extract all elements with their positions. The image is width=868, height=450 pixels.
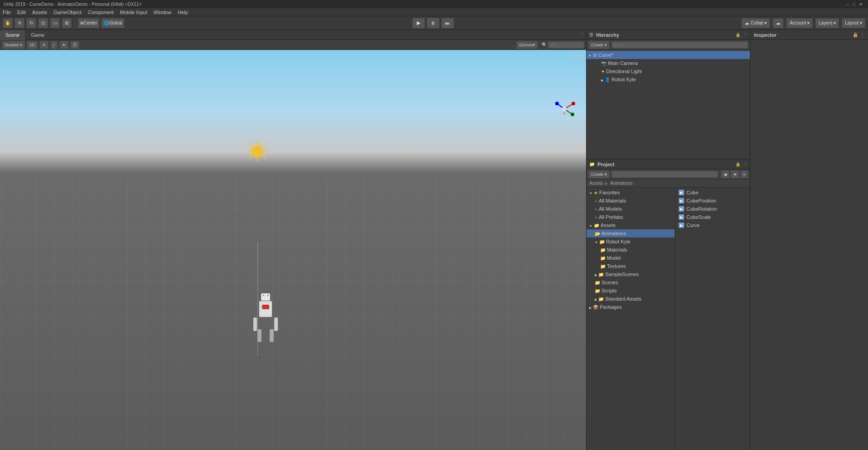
- move-tool-btn[interactable]: ✛: [15, 18, 25, 28]
- project-view-btn[interactable]: ≡: [740, 170, 748, 178]
- scene-search-input[interactable]: [548, 41, 584, 49]
- main-layout: Scene Game ⋮ Shaded ▾ 2D ☀ ♪ ✦ ☰ Gizmos …: [0, 30, 868, 450]
- collab-btn[interactable]: ☁ Collab ▾: [741, 18, 770, 28]
- unity-scene-icon: ⊞: [593, 52, 597, 58]
- scripts-folder-icon: 📁: [595, 288, 600, 293]
- asset-cube[interactable]: ▶ Cube: [677, 188, 748, 197]
- layout-btn[interactable]: Layout ▾: [842, 18, 865, 28]
- tree-scenes[interactable]: 📁 Scenes: [587, 278, 675, 287]
- all-prefabs-label: All Prefabs: [599, 214, 623, 220]
- breadcrumb-animations[interactable]: Animations: [610, 181, 632, 186]
- menu-file[interactable]: File: [3, 10, 11, 15]
- gizmos-btn[interactable]: Gizmos ▾: [516, 41, 538, 49]
- light-icon: ✦: [601, 69, 605, 74]
- scene-panel-menu-btn[interactable]: ⋮: [578, 31, 586, 39]
- effects-btn[interactable]: ✦: [59, 41, 69, 49]
- tree-packages[interactable]: 📦 Packages: [587, 303, 675, 311]
- menu-gameobject[interactable]: GameObject: [54, 10, 82, 15]
- menu-component[interactable]: Component: [88, 10, 113, 15]
- rotate-tool-btn[interactable]: ↻: [26, 18, 36, 28]
- hidden-btn[interactable]: ☰: [70, 41, 79, 49]
- audio-btn[interactable]: ♪: [50, 41, 58, 49]
- win-close-btn[interactable]: ✕: [859, 2, 863, 7]
- hierarchy-item-main-camera[interactable]: 📷 Main Camera: [587, 59, 750, 67]
- project-nav-fwd-btn[interactable]: ★: [730, 170, 740, 178]
- asset-cube-rotation[interactable]: ▶ CubeRotation: [677, 205, 748, 213]
- asset-curve[interactable]: ▶ Curve: [677, 221, 748, 229]
- rect-tool-btn[interactable]: ▭: [50, 18, 60, 28]
- tree-assets[interactable]: 📁 Assets: [587, 221, 675, 229]
- project-create-btn[interactable]: Create ▾: [588, 170, 610, 178]
- project-menu-icon[interactable]: ⋮: [743, 162, 747, 167]
- scripts-label: Scripts: [602, 288, 617, 293]
- scale-tool-btn[interactable]: ⊡: [38, 18, 48, 28]
- hierarchy-search-input[interactable]: [612, 41, 748, 49]
- cloud-btn[interactable]: ☁: [773, 18, 784, 28]
- svg-marker-8: [563, 111, 566, 114]
- asset-cube-scale[interactable]: ▶ CubeScale: [677, 213, 748, 221]
- hierarchy-lock-icon[interactable]: 🔒: [735, 33, 740, 37]
- menu-edit[interactable]: Edit: [17, 10, 26, 15]
- tree-all-prefabs[interactable]: ○ All Prefabs: [587, 213, 675, 221]
- step-btn[interactable]: ⏭: [441, 18, 454, 29]
- inspector-lock-icon[interactable]: 🔒: [853, 32, 858, 37]
- menu-window[interactable]: Window: [153, 10, 171, 15]
- pivot-btn[interactable]: ⊕ Center: [78, 18, 99, 28]
- svg-line-15: [263, 143, 266, 146]
- hierarchy-item-directional-light[interactable]: ✦ Directional Light: [587, 67, 750, 75]
- toolbar-sep-1: [74, 19, 75, 28]
- directional-light-gizmo: [246, 140, 269, 163]
- tree-standard-assets[interactable]: 📁 Standard Assets: [587, 295, 675, 303]
- tree-animations[interactable]: 📂 Animations: [587, 229, 675, 237]
- inspector-menu-icon[interactable]: ⋮: [860, 32, 864, 37]
- win-min-btn[interactable]: –: [846, 2, 849, 7]
- hierarchy-menu-icon[interactable]: ⋮: [743, 33, 747, 37]
- tree-all-models[interactable]: ○ All Models: [587, 205, 675, 213]
- project-nav-back-btn[interactable]: ◀: [721, 170, 730, 178]
- standard-assets-label: Standard Assets: [605, 296, 641, 302]
- 2d-btn[interactable]: 2D: [27, 41, 38, 49]
- hierarchy-item-robot-kyle[interactable]: 👤 Robot Kyle: [587, 75, 750, 84]
- tree-sample-scenes[interactable]: 📁 SampleScenes: [587, 270, 675, 278]
- menu-mobile-input[interactable]: Mobile Input: [120, 10, 147, 15]
- hierarchy-scene-root[interactable]: ⊞ Curve*: [587, 51, 750, 59]
- inspector-header: Inspector 🔒 ⋮: [750, 30, 868, 40]
- tree-scripts[interactable]: 📁 Scripts: [587, 287, 675, 295]
- project-search-input[interactable]: [612, 171, 718, 178]
- tab-scene[interactable]: Scene: [0, 30, 25, 40]
- hierarchy-content: ⊞ Curve* 📷 Main Camera ✦ Directional Lig…: [587, 50, 750, 159]
- layers-btn[interactable]: Layers ▾: [815, 18, 839, 28]
- multi-tool-btn[interactable]: ⊞: [62, 18, 72, 28]
- gizmos-chevron-icon: ▾: [533, 43, 535, 47]
- tree-materials[interactable]: 📁 Materials: [587, 246, 675, 254]
- menubar: File Edit Assets GameObject Component Mo…: [0, 8, 868, 16]
- tree-model[interactable]: 📁 Model: [587, 254, 675, 262]
- robot-arm-left: [253, 317, 257, 331]
- hand-tool-btn[interactable]: ✋: [3, 18, 13, 28]
- axis-gizmo: [551, 95, 578, 123]
- global-btn[interactable]: 🌐 Global: [101, 18, 124, 28]
- menu-assets[interactable]: Assets: [32, 10, 47, 15]
- scene-viewport[interactable]: Persp: [0, 50, 586, 450]
- tree-textures[interactable]: 📁 Textures: [587, 262, 675, 270]
- all-models-icon: ○: [595, 207, 597, 212]
- tree-favorites[interactable]: ★ Favorites: [587, 188, 675, 197]
- lighting-btn[interactable]: ☀: [39, 41, 49, 49]
- account-btn[interactable]: Account ▾: [786, 18, 813, 28]
- tree-all-materials[interactable]: ○ All Materials: [587, 197, 675, 205]
- robot-head: [261, 293, 270, 301]
- tab-game[interactable]: Game: [25, 30, 50, 40]
- shading-mode-btn[interactable]: Shaded ▾: [2, 41, 25, 49]
- curve-asset-label: Curve: [686, 223, 700, 228]
- play-btn[interactable]: ▶: [412, 18, 425, 29]
- robot-arm-right: [274, 317, 278, 331]
- tree-robot-kyle[interactable]: 📁 Robot Kyle: [587, 237, 675, 246]
- breadcrumb-assets[interactable]: Assets: [589, 181, 603, 186]
- hierarchy-create-btn[interactable]: Create ▾: [588, 41, 610, 49]
- scene-panel: Scene Game ⋮ Shaded ▾ 2D ☀ ♪ ✦ ☰ Gizmos …: [0, 30, 587, 450]
- project-lock-icon[interactable]: 🔒: [735, 162, 740, 167]
- win-max-btn[interactable]: □: [853, 2, 855, 7]
- pause-btn[interactable]: ⏸: [427, 18, 439, 29]
- menu-help[interactable]: Help: [178, 10, 188, 15]
- asset-cube-position[interactable]: ▶ CubePosition: [677, 197, 748, 205]
